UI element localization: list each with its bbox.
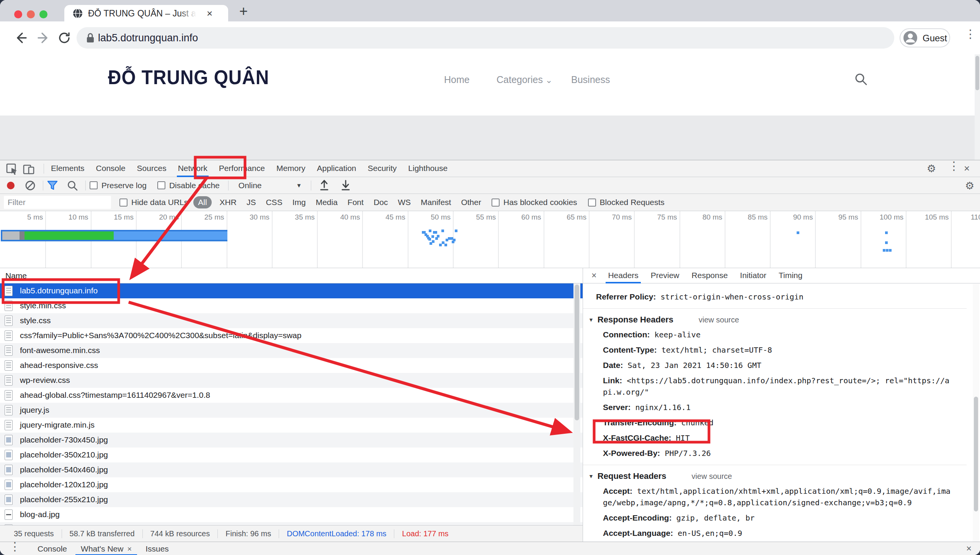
filter-type-doc[interactable]: Doc [374,198,388,207]
name-column-header[interactable]: Name [5,271,27,280]
nav-home[interactable]: Home [444,74,470,85]
request-row[interactable]: style.min.css [0,298,583,313]
devtools-tab-sources[interactable]: Sources [131,160,172,177]
panel-tab-preview[interactable]: Preview [645,268,686,283]
back-icon[interactable] [14,31,28,45]
zoom-window-button[interactable] [39,10,47,18]
filter-type-xhr[interactable]: XHR [220,198,237,207]
devtools-tab-application[interactable]: Application [311,160,362,177]
profile-button[interactable]: Guest [900,28,950,47]
headers-scrollbar[interactable] [973,284,979,542]
page-scrollbar-thumb[interactable] [975,56,979,90]
close-window-button[interactable] [14,10,22,18]
devtools-tab-security[interactable]: Security [362,160,402,177]
import-har-icon[interactable] [319,180,330,191]
request-row[interactable]: placeholder-730x450.jpg [0,433,583,448]
throttling-select[interactable]: Online [238,181,262,190]
drawer-close-icon[interactable]: × [966,543,972,554]
devtools-tab-elements[interactable]: Elements [45,160,90,177]
request-row[interactable]: wp-review.css [0,373,583,388]
nav-categories[interactable]: Categories ⌄ [497,74,552,85]
reload-icon[interactable] [57,31,71,45]
request-row[interactable]: placeholder-540x460.jpg [0,462,583,477]
drawer-tab-console[interactable]: Console [31,542,74,555]
devtools-tab-lighthouse[interactable]: Lighthouse [402,160,453,177]
filter-type-ws[interactable]: WS [398,198,411,207]
drawer-tab-whatsnew[interactable]: What's New× [74,542,139,555]
filter-icon[interactable] [47,181,58,190]
blocked-requests-checkbox[interactable] [588,199,596,207]
preserve-log-checkbox[interactable] [90,181,98,189]
inspect-element-icon[interactable] [6,163,18,175]
panel-tab-timing[interactable]: Timing [773,268,808,283]
network-search-icon[interactable] [67,180,78,191]
headers-scrollbar-thumb[interactable] [974,397,978,511]
request-list-scrollbar-thumb[interactable] [575,285,579,420]
request-table-header[interactable]: Name [0,268,583,283]
tab-close-icon[interactable]: × [207,8,212,20]
filter-input[interactable] [4,196,111,209]
minimize-window-button[interactable] [27,10,35,18]
drawer-menu-icon[interactable]: ⋮ [9,544,21,549]
devtools-tab-performance[interactable]: Performance [213,160,271,177]
request-row[interactable]: css?family=Public+Sans%3A700%2C400%2C300… [0,328,583,343]
request-row[interactable]: style.css [0,313,583,328]
devtools-settings-icon[interactable]: ⚙ [927,163,936,174]
section-header[interactable]: ▼Response Headersview source [588,312,954,327]
site-search-icon[interactable] [854,73,867,86]
section-header[interactable]: ▼Request Headersview source [588,469,954,483]
new-tab-button[interactable]: + [239,3,248,20]
devtools-tab-console[interactable]: Console [90,160,131,177]
request-row[interactable]: ahead-responsive.css [0,358,583,373]
filter-type-img[interactable]: Img [292,198,306,207]
filter-type-manifest[interactable]: Manifest [421,198,451,207]
devtools-tab-memory[interactable]: Memory [271,160,311,177]
export-har-icon[interactable] [340,180,351,191]
request-row[interactable] [0,522,583,525]
request-row[interactable]: blog-ad.jpg [0,507,583,522]
request-list-scrollbar[interactable] [573,283,580,525]
drawer-tab-issues[interactable]: Issues [139,542,176,555]
network-overview[interactable]: 5 ms10 ms15 ms20 ms25 ms30 ms35 ms40 ms4… [0,211,980,268]
filter-type-css[interactable]: CSS [266,198,282,207]
request-row[interactable]: placeholder-350x210.jpg [0,448,583,462]
overview-selected-range[interactable] [1,230,227,241]
browser-tab[interactable]: ĐỖ TRUNG QUÂN – Just anoth × [64,5,228,21]
panel-tab-response[interactable]: Response [686,268,734,283]
request-row[interactable]: ahead-global.css?timestamp=1611402967&ve… [0,388,583,403]
view-source-link[interactable]: view source [692,472,732,481]
browser-menu-icon[interactable]: ⋮ [965,31,976,37]
drawer-tab-close-icon[interactable]: × [127,545,132,553]
filter-type-js[interactable]: JS [247,198,256,207]
devtools-close-icon[interactable]: × [964,163,970,174]
request-row[interactable]: placeholder-120x120.jpg [0,477,583,492]
filter-type-all[interactable]: All [193,196,211,208]
request-row[interactable]: font-awesome.min.css [0,343,583,358]
request-row[interactable]: jquery.js [0,403,583,418]
record-icon[interactable] [7,182,15,189]
clear-icon[interactable] [25,181,35,190]
network-settings-icon[interactable]: ⚙ [965,180,974,192]
view-source-link[interactable]: view source [699,316,739,324]
filter-type-media[interactable]: Media [316,198,338,207]
filter-type-other[interactable]: Other [461,198,481,207]
hide-data-urls-checkbox[interactable] [119,199,127,207]
disable-cache-checkbox[interactable] [157,181,165,189]
request-row[interactable]: jquery-migrate.min.js [0,418,583,433]
address-bar[interactable]: lab5.dotrungquan.info [77,27,894,49]
device-toolbar-icon[interactable] [23,163,34,175]
nav-business[interactable]: Business [571,74,610,85]
request-row[interactable]: placeholder-255x210.jpg [0,492,583,507]
panel-tab-headers[interactable]: Headers [602,268,644,283]
filter-type-font[interactable]: Font [348,198,364,207]
devtools-menu-icon[interactable]: ⋮ [948,163,960,169]
panel-tab-initiator[interactable]: Initiator [734,268,773,283]
page-scrollbar[interactable] [975,54,980,160]
has-blocked-cookies-checkbox[interactable] [492,199,500,207]
throttling-dropdown-icon[interactable]: ▼ [296,182,302,189]
request-row[interactable]: lab5.dotrungquan.info [0,283,583,298]
forward-icon[interactable] [37,31,51,45]
panel-close-icon[interactable]: × [583,270,602,281]
devtools-tab-network[interactable]: Network [172,160,213,177]
site-logo[interactable]: ĐỖ TRUNG QUÂN [108,66,269,89]
